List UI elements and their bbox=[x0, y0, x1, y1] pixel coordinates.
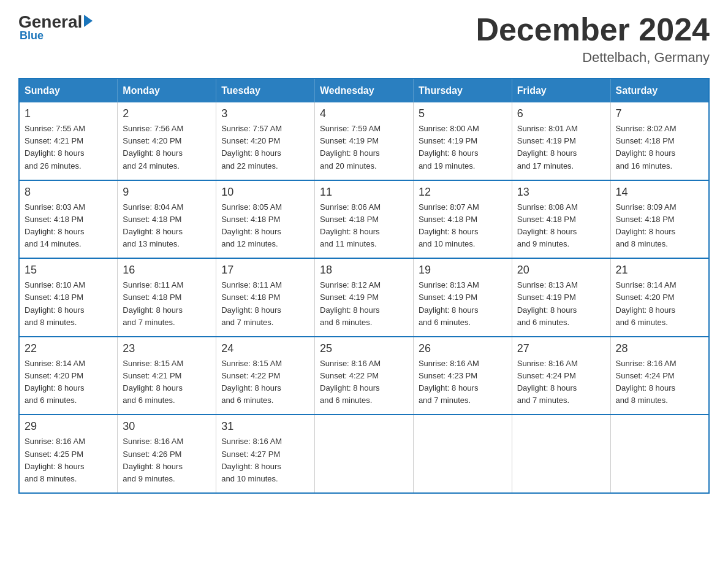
day-number: 3 bbox=[221, 107, 309, 120]
day-info: Sunrise: 8:11 AM Sunset: 4:18 PM Dayligh… bbox=[123, 279, 211, 329]
table-row: 14 Sunrise: 8:09 AM Sunset: 4:18 PM Dayl… bbox=[610, 180, 709, 259]
day-number: 31 bbox=[221, 420, 309, 433]
logo-triangle-icon bbox=[84, 15, 93, 27]
day-number: 17 bbox=[221, 264, 309, 277]
month-title: December 2024 bbox=[476, 12, 710, 47]
day-number: 21 bbox=[616, 264, 703, 277]
calendar-week-row: 8 Sunrise: 8:03 AM Sunset: 4:18 PM Dayli… bbox=[19, 180, 709, 259]
day-info: Sunrise: 8:15 AM Sunset: 4:22 PM Dayligh… bbox=[221, 358, 309, 407]
day-info: Sunrise: 8:14 AM Sunset: 4:20 PM Dayligh… bbox=[25, 358, 112, 407]
table-row: 8 Sunrise: 8:03 AM Sunset: 4:18 PM Dayli… bbox=[19, 180, 118, 259]
day-info: Sunrise: 8:16 AM Sunset: 4:24 PM Dayligh… bbox=[616, 358, 703, 407]
weekday-header-row: Sunday Monday Tuesday Wednesday Thursday… bbox=[19, 79, 709, 102]
table-row: 20 Sunrise: 8:13 AM Sunset: 4:19 PM Dayl… bbox=[512, 258, 610, 337]
day-info: Sunrise: 8:14 AM Sunset: 4:20 PM Dayligh… bbox=[616, 279, 703, 329]
table-row: 2 Sunrise: 7:56 AM Sunset: 4:20 PM Dayli… bbox=[118, 102, 216, 180]
calendar-week-row: 1 Sunrise: 7:55 AM Sunset: 4:21 PM Dayli… bbox=[19, 102, 709, 180]
location-subtitle: Dettelbach, Germany bbox=[476, 50, 710, 66]
table-row: 18 Sunrise: 8:12 AM Sunset: 4:19 PM Dayl… bbox=[315, 258, 414, 337]
day-info: Sunrise: 8:16 AM Sunset: 4:22 PM Dayligh… bbox=[320, 358, 408, 407]
day-info: Sunrise: 8:16 AM Sunset: 4:26 PM Dayligh… bbox=[123, 435, 211, 485]
day-info: Sunrise: 8:16 AM Sunset: 4:25 PM Dayligh… bbox=[25, 435, 112, 485]
day-info: Sunrise: 8:16 AM Sunset: 4:27 PM Dayligh… bbox=[221, 435, 309, 485]
day-number: 11 bbox=[320, 186, 408, 199]
header-friday: Friday bbox=[512, 79, 610, 102]
table-row: 23 Sunrise: 8:15 AM Sunset: 4:21 PM Dayl… bbox=[118, 337, 216, 415]
table-row: 5 Sunrise: 8:00 AM Sunset: 4:19 PM Dayli… bbox=[413, 102, 512, 180]
day-info: Sunrise: 8:02 AM Sunset: 4:18 PM Dayligh… bbox=[616, 123, 703, 172]
table-row bbox=[610, 415, 709, 493]
table-row: 25 Sunrise: 8:16 AM Sunset: 4:22 PM Dayl… bbox=[315, 337, 414, 415]
day-info: Sunrise: 7:57 AM Sunset: 4:20 PM Dayligh… bbox=[221, 123, 309, 172]
day-info: Sunrise: 8:10 AM Sunset: 4:18 PM Dayligh… bbox=[25, 279, 112, 329]
day-number: 7 bbox=[616, 107, 703, 120]
day-number: 26 bbox=[419, 342, 507, 355]
table-row: 1 Sunrise: 7:55 AM Sunset: 4:21 PM Dayli… bbox=[19, 102, 118, 180]
table-row: 12 Sunrise: 8:07 AM Sunset: 4:18 PM Dayl… bbox=[413, 180, 512, 259]
day-info: Sunrise: 8:05 AM Sunset: 4:18 PM Dayligh… bbox=[221, 201, 309, 251]
logo-blue-text: Blue bbox=[20, 29, 44, 42]
day-number: 22 bbox=[25, 342, 112, 355]
day-number: 13 bbox=[517, 186, 605, 199]
day-info: Sunrise: 8:15 AM Sunset: 4:21 PM Dayligh… bbox=[123, 358, 211, 407]
calendar-week-row: 22 Sunrise: 8:14 AM Sunset: 4:20 PM Dayl… bbox=[19, 337, 709, 415]
table-row: 15 Sunrise: 8:10 AM Sunset: 4:18 PM Dayl… bbox=[19, 258, 118, 337]
day-number: 12 bbox=[419, 186, 507, 199]
day-info: Sunrise: 8:08 AM Sunset: 4:18 PM Dayligh… bbox=[517, 201, 605, 251]
day-info: Sunrise: 7:59 AM Sunset: 4:19 PM Dayligh… bbox=[320, 123, 408, 172]
table-row: 26 Sunrise: 8:16 AM Sunset: 4:23 PM Dayl… bbox=[413, 337, 512, 415]
day-number: 10 bbox=[221, 186, 309, 199]
day-info: Sunrise: 8:16 AM Sunset: 4:23 PM Dayligh… bbox=[419, 358, 507, 407]
table-row: 6 Sunrise: 8:01 AM Sunset: 4:19 PM Dayli… bbox=[512, 102, 610, 180]
table-row: 7 Sunrise: 8:02 AM Sunset: 4:18 PM Dayli… bbox=[610, 102, 709, 180]
logo: General Blue bbox=[18, 12, 93, 42]
day-number: 24 bbox=[221, 342, 309, 355]
day-number: 29 bbox=[25, 420, 112, 433]
day-number: 1 bbox=[25, 107, 112, 120]
day-number: 9 bbox=[123, 186, 211, 199]
table-row: 21 Sunrise: 8:14 AM Sunset: 4:20 PM Dayl… bbox=[610, 258, 709, 337]
day-number: 23 bbox=[123, 342, 211, 355]
table-row: 19 Sunrise: 8:13 AM Sunset: 4:19 PM Dayl… bbox=[413, 258, 512, 337]
day-info: Sunrise: 8:03 AM Sunset: 4:18 PM Dayligh… bbox=[25, 201, 112, 251]
day-number: 14 bbox=[616, 186, 703, 199]
day-info: Sunrise: 8:13 AM Sunset: 4:19 PM Dayligh… bbox=[517, 279, 605, 329]
table-row bbox=[512, 415, 610, 493]
calendar-week-row: 29 Sunrise: 8:16 AM Sunset: 4:25 PM Dayl… bbox=[19, 415, 709, 493]
table-row: 17 Sunrise: 8:11 AM Sunset: 4:18 PM Dayl… bbox=[216, 258, 315, 337]
header-thursday: Thursday bbox=[413, 79, 512, 102]
day-number: 25 bbox=[320, 342, 408, 355]
calendar-week-row: 15 Sunrise: 8:10 AM Sunset: 4:18 PM Dayl… bbox=[19, 258, 709, 337]
page-header: General Blue December 2024 Dettelbach, G… bbox=[18, 12, 710, 66]
table-row: 22 Sunrise: 8:14 AM Sunset: 4:20 PM Dayl… bbox=[19, 337, 118, 415]
day-info: Sunrise: 8:00 AM Sunset: 4:19 PM Dayligh… bbox=[419, 123, 507, 172]
day-info: Sunrise: 8:07 AM Sunset: 4:18 PM Dayligh… bbox=[419, 201, 507, 251]
table-row: 4 Sunrise: 7:59 AM Sunset: 4:19 PM Dayli… bbox=[315, 102, 414, 180]
day-info: Sunrise: 7:56 AM Sunset: 4:20 PM Dayligh… bbox=[123, 123, 211, 172]
table-row: 29 Sunrise: 8:16 AM Sunset: 4:25 PM Dayl… bbox=[19, 415, 118, 493]
day-number: 27 bbox=[517, 342, 605, 355]
day-info: Sunrise: 8:01 AM Sunset: 4:19 PM Dayligh… bbox=[517, 123, 605, 172]
day-info: Sunrise: 8:06 AM Sunset: 4:18 PM Dayligh… bbox=[320, 201, 408, 251]
table-row: 30 Sunrise: 8:16 AM Sunset: 4:26 PM Dayl… bbox=[118, 415, 216, 493]
day-number: 15 bbox=[25, 264, 112, 277]
table-row bbox=[413, 415, 512, 493]
header-saturday: Saturday bbox=[610, 79, 709, 102]
table-row: 10 Sunrise: 8:05 AM Sunset: 4:18 PM Dayl… bbox=[216, 180, 315, 259]
day-number: 16 bbox=[123, 264, 211, 277]
day-info: Sunrise: 8:09 AM Sunset: 4:18 PM Dayligh… bbox=[616, 201, 703, 251]
day-number: 20 bbox=[517, 264, 605, 277]
table-row: 3 Sunrise: 7:57 AM Sunset: 4:20 PM Dayli… bbox=[216, 102, 315, 180]
title-block: December 2024 Dettelbach, Germany bbox=[476, 12, 710, 66]
day-number: 30 bbox=[123, 420, 211, 433]
day-number: 4 bbox=[320, 107, 408, 120]
table-row: 9 Sunrise: 8:04 AM Sunset: 4:18 PM Dayli… bbox=[118, 180, 216, 259]
header-monday: Monday bbox=[118, 79, 216, 102]
table-row: 28 Sunrise: 8:16 AM Sunset: 4:24 PM Dayl… bbox=[610, 337, 709, 415]
table-row: 27 Sunrise: 8:16 AM Sunset: 4:24 PM Dayl… bbox=[512, 337, 610, 415]
table-row bbox=[315, 415, 414, 493]
day-number: 28 bbox=[616, 342, 703, 355]
calendar-table: Sunday Monday Tuesday Wednesday Thursday… bbox=[18, 78, 710, 494]
table-row: 16 Sunrise: 8:11 AM Sunset: 4:18 PM Dayl… bbox=[118, 258, 216, 337]
day-info: Sunrise: 7:55 AM Sunset: 4:21 PM Dayligh… bbox=[25, 123, 112, 172]
